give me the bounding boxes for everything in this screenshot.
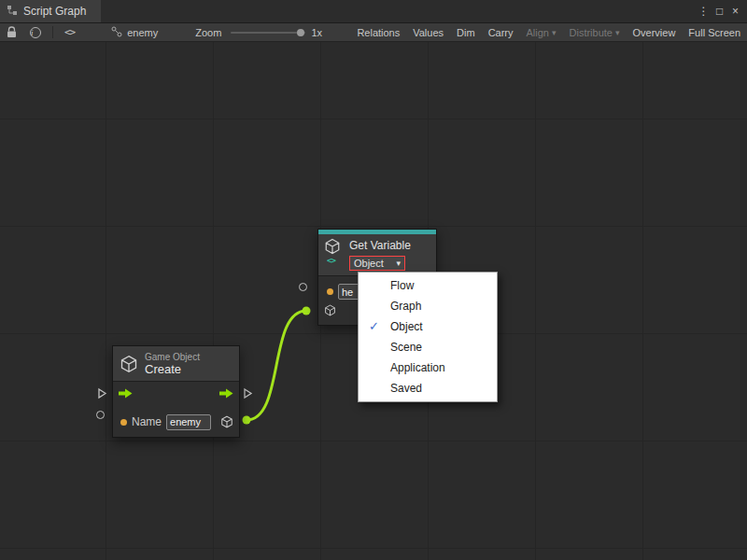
maximize-icon[interactable]: □ xyxy=(712,0,727,23)
menu-item-scene[interactable]: Scene xyxy=(359,337,497,357)
menu-item-flow[interactable]: Flow xyxy=(359,275,497,296)
connection-end-port[interactable] xyxy=(303,307,311,315)
variable-kind-dropdown[interactable]: Object ▾ xyxy=(349,256,405,271)
window-controls: ⋮ □ × xyxy=(696,0,747,22)
zoom-value: 1x xyxy=(311,27,322,38)
node-title: Get Variable xyxy=(349,238,411,252)
node-header: Game Object Create xyxy=(113,346,239,382)
flow-port-row xyxy=(113,382,239,407)
chevron-down-icon: ▾ xyxy=(615,28,620,37)
script-graph-tab-icon xyxy=(7,5,18,19)
toolbar-button-carry[interactable]: Carry xyxy=(482,23,520,41)
button-label: Align xyxy=(527,27,549,38)
menu-item-label: Application xyxy=(390,361,445,374)
zoom-slider-thumb[interactable] xyxy=(297,29,304,36)
code-view-icon[interactable]: <> xyxy=(64,26,75,38)
menu-item-label: Graph xyxy=(390,300,421,313)
string-port-dot[interactable] xyxy=(120,419,127,426)
toolbar-button-relations[interactable]: Relations xyxy=(350,23,406,41)
gameobject-output-icon[interactable] xyxy=(220,415,233,428)
menu-item-label: Saved xyxy=(390,382,422,395)
graph-name: enemy xyxy=(127,27,158,38)
toolbar-button-overview[interactable]: Overview xyxy=(627,23,683,41)
lock-icon[interactable] xyxy=(7,26,17,38)
menu-item-application[interactable]: Application xyxy=(359,357,497,378)
window-menu-icon[interactable]: ⋮ xyxy=(696,0,712,23)
code-icon: <> xyxy=(327,256,335,265)
toolbar-separator xyxy=(52,26,53,38)
gameobject-icon xyxy=(120,355,138,373)
menu-item-object[interactable]: ✓ Object xyxy=(359,316,497,337)
tab-title: Script Graph xyxy=(23,5,86,18)
menu-item-label: Flow xyxy=(390,279,414,292)
button-label: Full Screen xyxy=(688,27,740,38)
name-input-port[interactable] xyxy=(299,283,307,291)
button-label: Distribute xyxy=(570,27,613,38)
param-label: Name xyxy=(132,415,162,428)
node-header: <> Get Variable Object ▾ xyxy=(318,234,436,276)
dropdown-value: Object xyxy=(354,258,384,269)
menu-item-graph[interactable]: Graph xyxy=(359,296,497,316)
connection-start-port[interactable] xyxy=(243,416,251,425)
toolbar-button-distribute[interactable]: Distribute▾ xyxy=(563,23,627,41)
flow-output-port[interactable] xyxy=(243,386,253,403)
button-label: Carry xyxy=(488,27,514,38)
toolbar-button-dim[interactable]: Dim xyxy=(450,23,482,41)
menu-item-saved[interactable]: Saved xyxy=(359,378,497,399)
close-icon[interactable]: × xyxy=(727,0,743,23)
get-variable-icon: <> xyxy=(324,238,345,262)
button-label: Values xyxy=(413,27,444,38)
toolbar-button-fullscreen[interactable]: Full Screen xyxy=(682,23,747,41)
button-label: Overview xyxy=(633,27,676,38)
node-title: Create xyxy=(145,362,200,376)
string-port-dot[interactable] xyxy=(327,288,333,295)
check-icon: ✓ xyxy=(369,316,379,337)
flow-input-port[interactable] xyxy=(97,386,107,403)
flow-in-arrow-icon[interactable] xyxy=(119,388,133,401)
name-port-row: Name xyxy=(113,407,239,437)
toolbar-buttons: Relations Values Dim Carry Align▾ Distri… xyxy=(350,23,747,41)
gameobject-port-icon[interactable] xyxy=(324,304,336,316)
chevron-down-icon: ▾ xyxy=(552,28,557,37)
flow-out-arrow-icon[interactable] xyxy=(219,388,233,401)
titlebar: Script Graph ⋮ □ × xyxy=(0,0,747,23)
menu-item-label: Scene xyxy=(390,341,422,354)
chevron-down-icon: ▾ xyxy=(396,259,401,268)
name-value-input[interactable] xyxy=(166,414,211,430)
toolbar-button-values[interactable]: Values xyxy=(406,23,450,41)
value-input-port[interactable] xyxy=(96,411,105,419)
graph-toolbar: i <> enemy Zoom 1x Relations Values Dim … xyxy=(0,23,747,42)
zoom-slider[interactable] xyxy=(231,32,305,34)
graph-canvas[interactable]: <> Get Variable Object ▾ xyxy=(0,42,747,560)
graph-reference[interactable]: enemy xyxy=(111,26,158,39)
graph-asset-icon xyxy=(111,26,122,39)
zoom-label: Zoom xyxy=(195,27,221,38)
button-label: Dim xyxy=(457,27,475,38)
connection-wire[interactable] xyxy=(247,311,306,420)
node-create-gameobject[interactable]: Game Object Create Name xyxy=(112,345,240,438)
toolbar-button-align[interactable]: Align▾ xyxy=(520,23,563,41)
button-label: Relations xyxy=(357,27,400,38)
variable-kind-menu: Flow Graph ✓ Object Scene Application Sa… xyxy=(358,272,498,402)
node-category: Game Object xyxy=(145,352,200,362)
info-icon[interactable]: i xyxy=(30,27,41,38)
menu-item-label: Object xyxy=(390,320,423,333)
script-graph-window: Script Graph ⋮ □ × i <> enemy Zoom 1x Re… xyxy=(0,0,747,560)
tab-script-graph[interactable]: Script Graph xyxy=(0,0,101,22)
